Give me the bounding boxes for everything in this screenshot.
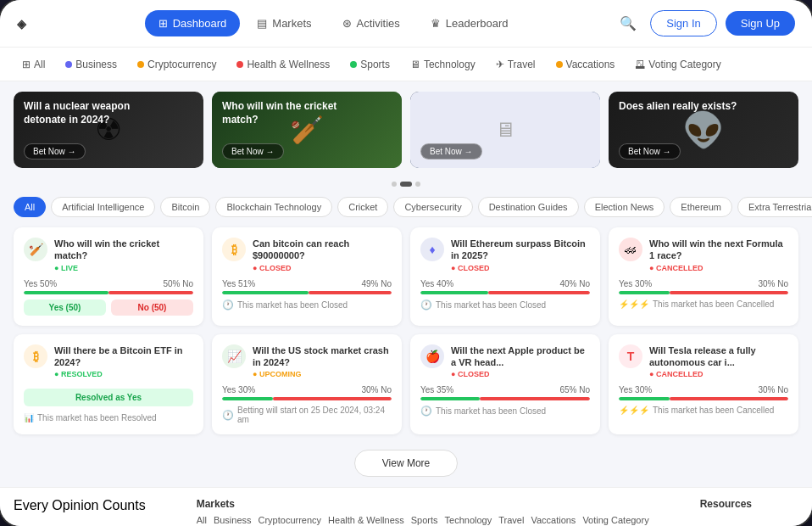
- hero-nuclear-bet-btn[interactable]: Bet Now →: [24, 143, 86, 159]
- dot-3: [415, 182, 420, 187]
- sports-dot: [350, 61, 357, 68]
- view-more-button[interactable]: View More: [354, 450, 458, 477]
- business-dot: [65, 61, 72, 68]
- main-content: ☢ Will a nuclear weapon detonate in 2024…: [0, 81, 812, 526]
- filter-destination[interactable]: Destination Guides: [478, 197, 579, 217]
- card-tesla-footer-text: This market has been Cancelled: [653, 406, 774, 415]
- card-formula1: 🏎 Who will win the next Formula 1 race? …: [609, 227, 798, 326]
- footer-link-sports[interactable]: Sports: [411, 515, 438, 525]
- signup-button[interactable]: Sign Up: [726, 11, 795, 36]
- cards-grid: 🏏 Who will win the cricket match? ● LIVE…: [0, 224, 812, 443]
- signin-button[interactable]: Sign In: [650, 10, 716, 36]
- cat-business[interactable]: Business: [57, 55, 125, 74]
- filter-ai[interactable]: Artificial Intelligence: [51, 197, 155, 217]
- card-eth-title: Will Ethereum surpass Bitcoin in 2025?: [451, 238, 590, 262]
- card-stock-footer: 🕐 Betting will start on 25 Dec 2024, 03:…: [222, 406, 392, 424]
- filter-extraterrestrial[interactable]: Extra Terrestrial: [737, 197, 812, 217]
- vote-buttons: Yes (50) No (50): [24, 299, 193, 316]
- clock-icon: 🕐: [420, 299, 432, 311]
- card-stock-title: Will the US stock market crash in 2024?: [253, 344, 392, 369]
- card-eth-footer-text: This market has been Closed: [436, 300, 546, 310]
- view-more-row: View More: [0, 443, 812, 487]
- cat-tech[interactable]: 🖥 Technology: [402, 55, 484, 74]
- search-button[interactable]: 🔍: [615, 10, 642, 36]
- card-etf-icon: ₿: [24, 344, 47, 368]
- card-btc-icon: ₿: [222, 238, 246, 261]
- card-cricket-title: Who will win the cricket match?: [54, 238, 193, 262]
- cat-travel[interactable]: ✈ Travel: [487, 55, 544, 74]
- nav-activities[interactable]: ⊛ Activities: [329, 10, 414, 36]
- footer-resources-title: Resources: [700, 498, 752, 510]
- cat-sports[interactable]: Sports: [342, 55, 398, 74]
- footer-link-voting[interactable]: Voting Category: [582, 515, 648, 525]
- card-etf-title: Will there be a Bitcoin ETF in 2024?: [54, 344, 193, 369]
- hero-nuclear-text: Will a nuclear weapon detonate in 2024?: [24, 100, 170, 126]
- filter-election[interactable]: Election News: [584, 197, 665, 217]
- hero-card-alien[interactable]: 👽 Does alien really exists? Bet Now →: [609, 92, 798, 168]
- cancelled-icon: ⚡⚡⚡: [619, 299, 649, 309]
- resolved-footer-icon: 📊: [24, 413, 34, 422]
- card-etf-header: ₿ Will there be a Bitcoin ETF in 2024? ●…: [24, 344, 193, 379]
- crypto-dot: [137, 61, 144, 68]
- card-btc-header: ₿ Can bitcoin can reach $90000000? ● CLO…: [222, 238, 392, 272]
- card-etf-footer: 📊 This market has been Resolved: [24, 413, 193, 422]
- filter-all[interactable]: All: [14, 197, 46, 217]
- progress-no-fill: [670, 397, 788, 400]
- vote-no-btn[interactable]: No (50): [111, 299, 193, 316]
- progress-yes-fill: [420, 397, 480, 400]
- footer-link-travel[interactable]: Travel: [498, 515, 524, 525]
- hero-cricket-text: Who will win the cricket match?: [222, 100, 368, 126]
- nav-leaderboard[interactable]: ♛ Leaderboard: [417, 10, 522, 36]
- card-eth-status: ● CLOSED: [451, 264, 590, 272]
- resolved-yes-btn[interactable]: Resolved as Yes: [24, 389, 193, 406]
- footer-link-health[interactable]: Health & Wellness: [328, 515, 404, 525]
- hero-card-cricket[interactable]: 🏏 Who will win the cricket match? Bet No…: [212, 92, 402, 168]
- cat-voting[interactable]: 🗳 Voting Category: [626, 55, 729, 74]
- progress-no-fill: [488, 291, 590, 294]
- cat-crypto[interactable]: Cryptocurrency: [129, 55, 225, 74]
- voting-icon: 🗳: [635, 59, 645, 70]
- hero-card-nuclear[interactable]: ☢ Will a nuclear weapon detonate in 2024…: [14, 92, 203, 168]
- footer-markets-links: All Business Cryptocurrency Health & Wel…: [197, 515, 649, 525]
- nav-right: 🔍 Sign In Sign Up: [615, 10, 795, 36]
- hero-card-screenshot[interactable]: 🖥 Bet Now →: [410, 92, 600, 168]
- footer-link-all[interactable]: All: [197, 515, 207, 525]
- footer-link-vaccations[interactable]: Vaccations: [531, 515, 576, 525]
- card-f1-footer: ⚡⚡⚡ This market has been Cancelled: [619, 299, 788, 309]
- hero-cricket-bet-btn[interactable]: Bet Now →: [222, 143, 284, 159]
- hero-alien-bet-btn[interactable]: Bet Now →: [619, 143, 681, 159]
- footer-link-business[interactable]: Business: [214, 515, 252, 525]
- filter-cybersecurity[interactable]: Cybersecurity: [393, 197, 472, 217]
- filter-cricket[interactable]: Cricket: [337, 197, 388, 217]
- category-nav: ⊞ All Business Cryptocurrency Health & W…: [0, 48, 812, 81]
- nav-markets[interactable]: ▤ Markets: [243, 10, 325, 36]
- cat-vaccations[interactable]: Vaccations: [548, 55, 624, 74]
- card-f1-progress-bar: [619, 291, 788, 294]
- card-cricket-status: ● LIVE: [54, 264, 193, 272]
- card-tesla: T Will Tesla release a fully autonomous …: [609, 334, 798, 435]
- footer-link-crypto[interactable]: Cryptocurrency: [259, 515, 322, 525]
- footer-link-tech[interactable]: Technology: [445, 515, 492, 525]
- card-apple-status: ● CLOSED: [451, 370, 590, 378]
- nav-dashboard[interactable]: ⊞ Dashboard: [145, 10, 241, 36]
- card-apple-footer: 🕐 This market has been Closed: [420, 406, 590, 417]
- card-cricket-progress-bar: [24, 291, 193, 294]
- card-apple-icon: 🍎: [420, 344, 444, 368]
- hero-screenshot-bet-btn[interactable]: Bet Now →: [420, 143, 482, 159]
- hero-alien-text: Does alien really exists?: [619, 100, 765, 114]
- card-stock-progress-labels: Yes 30% 30% No: [222, 385, 392, 394]
- dashboard-icon: ⊞: [159, 17, 168, 30]
- card-f1-title: Who will win the next Formula 1 race?: [649, 238, 788, 262]
- vote-yes-btn[interactable]: Yes (50): [24, 299, 106, 316]
- cat-all[interactable]: ⊞ All: [14, 55, 53, 74]
- cat-health[interactable]: Health & Wellness: [228, 55, 338, 74]
- filter-ethereum[interactable]: Ethereum: [670, 197, 732, 217]
- filter-bitcoin[interactable]: Bitcoin: [160, 197, 210, 217]
- filter-blockchain[interactable]: Blockchain Technology: [215, 197, 332, 217]
- leaderboard-icon: ♛: [431, 17, 441, 30]
- card-etf-status: ● RESOLVED: [54, 370, 193, 378]
- card-cricket-match: 🏏 Who will win the cricket match? ● LIVE…: [14, 227, 203, 326]
- card-stock-header: 📈 Will the US stock market crash in 2024…: [222, 344, 392, 379]
- progress-yes-fill: [619, 397, 670, 400]
- nav-links: ⊞ Dashboard ▤ Markets ⊛ Activities ♛ Lea…: [52, 10, 615, 36]
